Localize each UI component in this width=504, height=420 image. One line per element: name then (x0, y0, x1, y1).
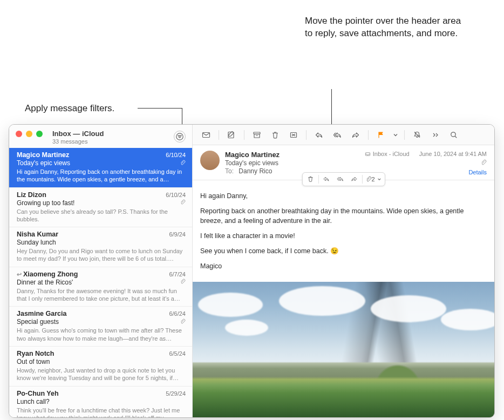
forward-icon (351, 175, 358, 182)
message-row[interactable]: Ryan Notch6/5/24Out of townHowdy, neighb… (9, 347, 192, 387)
reply-all-icon (333, 131, 342, 139)
message-preview: Danny, Thanks for the awesome evening! I… (17, 287, 186, 303)
message-subject: Today's epic views (17, 159, 70, 167)
message-row[interactable]: Liz Dizon6/10/24Growing up too fast!Can … (9, 188, 192, 228)
flag-button[interactable] (373, 128, 389, 141)
message-subject: Special guests (17, 318, 59, 326)
mail-window: Inbox — iCloud 33 messages Magico Martin… (9, 124, 495, 418)
message-preview: Hi again Danny, Reporting back on anothe… (17, 168, 186, 184)
reply-icon (323, 175, 330, 182)
mailbox-title: Inbox — iCloud (52, 130, 169, 138)
junk-icon (289, 131, 298, 139)
get-mail-button[interactable] (198, 128, 214, 141)
attachment-image[interactable] (193, 282, 494, 417)
message-sender: Jasmine Garcia (17, 310, 66, 317)
archive-button[interactable] (249, 128, 265, 141)
body-line: See you when I come back, if I come back… (200, 246, 487, 256)
message-row[interactable]: Po-Chun Yeh5/29/24Lunch call?Think you'l… (9, 387, 192, 417)
trash-icon (307, 175, 314, 182)
message-row[interactable]: Magico Martinez6/10/24Today's epic views… (9, 148, 192, 188)
message-reader: Magico Martinez Today's epic views To: D… (193, 145, 494, 417)
header-subject: Today's epic views (225, 159, 359, 167)
header-date: June 10, 2024 at 9:41 AM (419, 151, 487, 157)
body-line: Reporting back on another breathtaking d… (200, 206, 487, 226)
header-folder-name: Inbox - iCloud (373, 151, 410, 157)
mute-button[interactable] (409, 128, 425, 141)
message-header[interactable]: Magico Martinez Today's epic views To: D… (193, 145, 494, 180)
chevron-down-icon (393, 132, 398, 138)
message-sender: Ryan Notch (17, 350, 54, 357)
message-subject: Lunch call? (17, 398, 50, 405)
message-date: 6/9/24 (169, 231, 186, 238)
reply-all-button[interactable] (329, 128, 345, 141)
body-line: Magico (200, 261, 487, 271)
body-line: Hi again Danny, (200, 191, 487, 201)
search-icon (449, 131, 458, 139)
message-sender: Liz Dizon (17, 191, 46, 199)
reply-all-icon (337, 175, 344, 182)
message-sender: Po-Chun Yeh (17, 390, 59, 397)
more-toolbar-button[interactable] (427, 128, 444, 141)
message-row[interactable]: ↩Xiaomeng Zhong6/7/24Dinner at the Ricos… (9, 267, 192, 307)
message-row[interactable]: Jasmine Garcia6/6/24Special guestsHi aga… (9, 307, 192, 347)
message-list-pane: Inbox — iCloud 33 messages Magico Martin… (9, 125, 193, 417)
message-date: 6/7/24 (169, 271, 186, 277)
delete-button[interactable] (267, 128, 283, 141)
message-sender: Magico Martinez (17, 151, 69, 159)
filter-button[interactable] (174, 131, 186, 143)
paperclip-icon (365, 176, 371, 182)
junk-button[interactable] (285, 128, 302, 141)
message-subject: Growing up too fast! (17, 199, 74, 207)
tray-icon (365, 151, 371, 157)
message-subject: Dinner at the Ricos' (17, 279, 73, 286)
message-body: Hi again Danny, Reporting back on anothe… (193, 180, 494, 282)
envelope-icon (202, 131, 210, 139)
sender-avatar (200, 151, 220, 170)
hover-attachments-button[interactable]: 2 (363, 173, 383, 185)
svg-rect-3 (254, 132, 260, 134)
message-preview: Hey Danny, Do you and Rigo want to come … (17, 247, 186, 263)
compose-button[interactable] (223, 128, 240, 141)
reading-pane: Magico Martinez Today's epic views To: D… (193, 125, 494, 417)
message-preview: Hi again. Guess who's coming to town wit… (17, 327, 186, 342)
hover-reply-all-button[interactable] (333, 173, 347, 185)
hover-delete-button[interactable] (303, 173, 317, 185)
toolbar (193, 125, 494, 145)
trash-icon (271, 131, 280, 139)
reply-button[interactable] (311, 128, 327, 141)
hover-attachment-count: 2 (371, 176, 374, 182)
message-date: 6/10/24 (166, 152, 186, 158)
minimize-window-button[interactable] (26, 131, 32, 137)
paperclip-icon (180, 160, 186, 167)
message-preview: Howdy, neighbor, Just wanted to drop a q… (17, 367, 186, 382)
archive-icon (253, 131, 261, 139)
message-preview: Think you'll be free for a lunchtime cha… (17, 407, 186, 417)
forward-icon (351, 131, 360, 139)
message-preview: Can you believe she's already so tall? P… (17, 208, 186, 223)
close-window-button[interactable] (16, 131, 22, 137)
header-to-label: To: (225, 167, 234, 175)
chevrons-right-icon (432, 132, 439, 138)
callout-filters: Apply message filters. (25, 103, 114, 115)
hover-toolbar: 2 (302, 172, 385, 186)
hover-forward-button[interactable] (347, 173, 361, 185)
message-row[interactable]: Nisha Kumar6/9/24Sunday lunchHey Danny, … (9, 227, 192, 267)
message-date: 6/5/24 (169, 350, 186, 357)
message-date: 6/6/24 (169, 310, 186, 317)
hover-reply-button[interactable] (319, 173, 333, 185)
message-date: 6/10/24 (166, 192, 186, 198)
message-sender: Nisha Kumar (17, 231, 58, 238)
compose-icon (227, 131, 236, 139)
zoom-window-button[interactable] (36, 131, 43, 137)
flag-menu-button[interactable] (391, 128, 400, 141)
forward-button[interactable] (348, 128, 364, 141)
paperclip-icon (180, 279, 186, 286)
message-list[interactable]: Magico Martinez6/10/24Today's epic views… (9, 148, 192, 417)
svg-point-6 (451, 132, 455, 136)
header-folder: Inbox - iCloud June 10, 2024 at 9:41 AM (365, 151, 487, 157)
paperclip-icon (180, 199, 186, 206)
svg-rect-4 (254, 134, 260, 138)
search-button[interactable] (446, 128, 462, 141)
replied-icon: ↩ (17, 271, 22, 277)
callout-hover: Move the pointer over the header area to… (305, 15, 461, 40)
